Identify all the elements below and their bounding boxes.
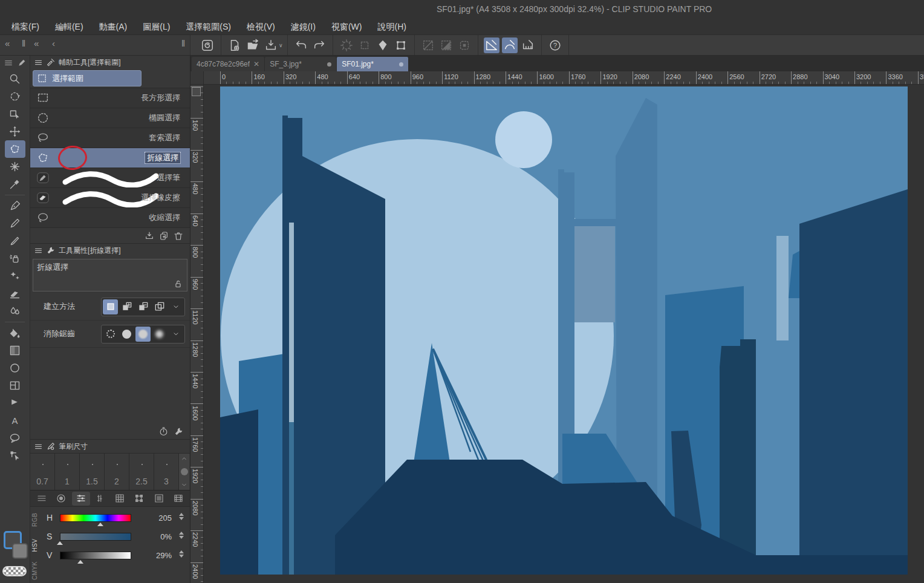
eyedropper-tool[interactable] (5, 175, 25, 193)
rotate-canvas-tool[interactable] (5, 88, 25, 105)
subtool-item-6[interactable]: 選擇橡皮擦 (30, 188, 190, 208)
cmd-help-button[interactable]: ? (547, 37, 563, 53)
cmd-clear-selection-button[interactable] (420, 37, 436, 53)
palette-tab-mini-slider[interactable] (91, 492, 109, 506)
menu-item-7[interactable]: 濾鏡(I) (283, 18, 324, 35)
palette-tab-color-history[interactable] (169, 492, 187, 506)
dock-collapse-icon[interactable]: ‖ (22, 38, 25, 48)
brush-size-0.7[interactable]: 0.7 (30, 454, 55, 490)
multiply-selection-button[interactable] (152, 299, 167, 314)
slider-spinner[interactable] (179, 550, 184, 558)
add-selection-button[interactable] (119, 299, 134, 314)
subtool-item-3[interactable]: 套索選擇 (30, 128, 190, 148)
cmd-invert-selection-button[interactable] (375, 37, 391, 53)
object-tool[interactable] (5, 105, 25, 123)
decoration-tool[interactable] (5, 267, 25, 285)
antialias-weak-button[interactable] (119, 327, 134, 342)
slider-spinner[interactable] (179, 513, 184, 520)
cmd-snap-grid-button[interactable] (520, 37, 536, 53)
cmd-redo-button[interactable] (311, 37, 327, 53)
brush-size-3[interactable]: 3 (154, 454, 179, 490)
cmd-clear-outside-button[interactable] (438, 37, 454, 53)
panel-menu-icon[interactable] (34, 442, 43, 451)
dock-collapse-icon[interactable]: « (34, 38, 39, 48)
cmd-undo-button[interactable] (293, 37, 309, 53)
slider-spinner[interactable] (179, 532, 184, 539)
brush-size-1.5[interactable]: 1.5 (80, 454, 105, 490)
canvas-viewport[interactable]: 0160320480640800960112012801440160017601… (190, 85, 924, 583)
text-tool[interactable]: A (5, 412, 25, 429)
subtract-selection-button[interactable] (135, 299, 151, 314)
subtool-item-7[interactable]: 收縮選擇 (30, 208, 190, 228)
balloon-tool[interactable] (5, 429, 25, 447)
brush-size-2[interactable]: 2 (105, 454, 129, 490)
antialias-strong-button[interactable] (152, 327, 167, 342)
blend-tool[interactable] (5, 302, 25, 320)
cmd-snap-ruler-button[interactable] (484, 37, 499, 53)
lock-open-icon[interactable] (173, 279, 183, 289)
palette-tab-color-slider[interactable] (72, 492, 90, 506)
ruler-origin-icon[interactable] (192, 87, 201, 96)
antialias-none-button[interactable] (103, 327, 118, 342)
subtool-item-4[interactable]: 折線選擇 (30, 148, 190, 168)
palette-tab-panel-menu[interactable] (33, 492, 51, 506)
slider-marker[interactable] (57, 541, 63, 545)
auto-select-tool[interactable] (5, 158, 25, 175)
menu-item-2[interactable]: 編輯(E) (47, 18, 91, 35)
menu-item-1[interactable]: 檔案(F) (4, 18, 47, 35)
palette-tab-approximate-color[interactable] (150, 492, 168, 506)
document-canvas[interactable] (220, 86, 908, 575)
menu-item-8[interactable]: 視窗(W) (324, 18, 370, 35)
subtool-item-2[interactable]: 橢圓選擇 (30, 108, 190, 128)
fill-tool[interactable] (5, 324, 25, 342)
subtool-item-1[interactable]: 長方形選擇 (30, 88, 190, 108)
subtool-import-tool-button[interactable] (144, 230, 155, 241)
dock-collapse-icon[interactable]: ‹ (52, 38, 55, 48)
correct-line-tool[interactable] (5, 394, 25, 412)
eraser-tool[interactable] (5, 285, 25, 302)
menu-item-4[interactable]: 圖層(L) (135, 18, 178, 35)
save-options-chevron-icon[interactable]: ∨ (279, 42, 283, 48)
document-tab-1[interactable]: 4c87c78e2c96ef✕ (192, 57, 264, 71)
palette-tab-color-set[interactable] (111, 492, 129, 506)
panel-menu-icon[interactable] (34, 246, 43, 255)
subtool-group-selection[interactable]: 選擇範圍 (33, 70, 142, 86)
menu-item-3[interactable]: 動畫(A) (91, 18, 135, 35)
figure-tool[interactable] (5, 359, 25, 377)
slider-track[interactable] (60, 533, 131, 541)
cmd-new-file-button[interactable] (227, 37, 242, 53)
transparent-color-swatch[interactable] (2, 566, 27, 576)
subtool-duplicate-tool-button[interactable] (158, 230, 169, 241)
frame-border-tool[interactable] (5, 377, 25, 394)
slider-marker[interactable] (77, 560, 83, 564)
slider-marker[interactable] (97, 523, 103, 526)
cmd-open-file-button[interactable] (245, 37, 261, 53)
dock-collapse-icon[interactable]: « (5, 38, 10, 48)
brush-tool[interactable] (5, 232, 25, 250)
airbrush-tool[interactable] (5, 250, 25, 267)
cmd-save-file-button[interactable] (263, 37, 279, 53)
menu-item-6[interactable]: 檢視(V) (239, 18, 283, 35)
antialias-middle-button[interactable] (135, 327, 151, 342)
wrench-button[interactable] (174, 426, 184, 437)
palette-tab-color-wheel[interactable] (52, 492, 70, 506)
slider-track[interactable] (60, 514, 131, 522)
pencil-tool[interactable] (5, 215, 25, 232)
cmd-crop-selection-button[interactable] (457, 37, 472, 53)
subtool-item-5[interactable]: 選擇筆 (30, 168, 190, 188)
document-tab-3[interactable]: SF01.jpg* (337, 57, 408, 71)
cmd-csp-logo-button[interactable] (200, 37, 215, 53)
zoom-tool[interactable] (5, 70, 25, 88)
scroll-thumb[interactable] (181, 468, 188, 475)
move-layer-tool[interactable] (5, 123, 25, 140)
dock-handle-icon[interactable]: ‖ (181, 38, 185, 48)
operation-line-tool[interactable] (5, 447, 25, 464)
slider-track[interactable] (60, 552, 131, 559)
creation-method-chevron-icon[interactable] (168, 299, 183, 314)
panel-menu-icon[interactable] (34, 58, 43, 67)
cmd-snap-special-ruler-button[interactable] (502, 37, 518, 53)
new-selection-button[interactable] (103, 299, 118, 314)
antialias-chevron-icon[interactable] (168, 327, 183, 342)
cmd-reselect-button[interactable] (357, 37, 373, 53)
pen-tool[interactable] (5, 197, 25, 215)
